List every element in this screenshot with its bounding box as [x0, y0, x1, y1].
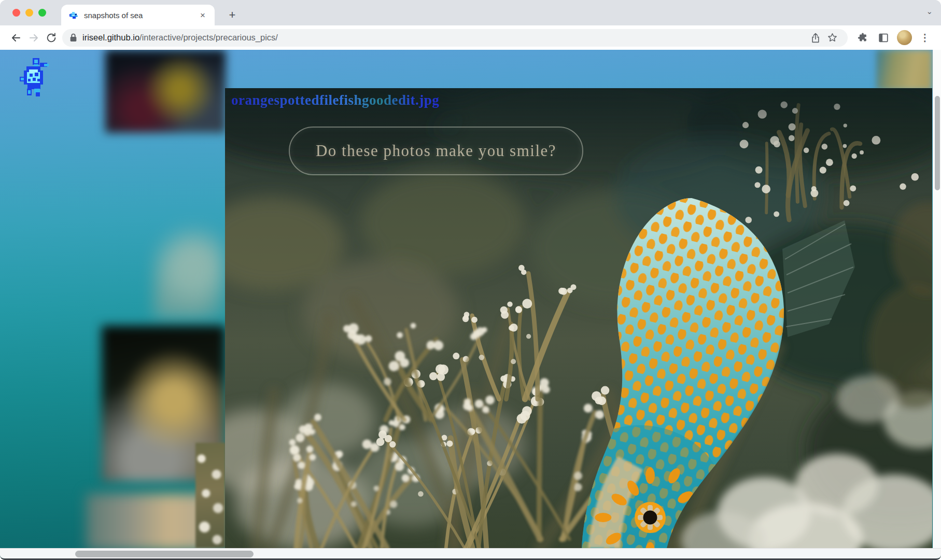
photo-filename-label: orangespottedfilefishgoodedit.jpg [231, 92, 439, 108]
gallery-thumbnail-blurred-middle[interactable] [153, 225, 226, 318]
bookmark-button[interactable] [824, 30, 840, 46]
extensions-button[interactable] [854, 29, 872, 47]
address-bar[interactable]: iriseel.github.io/interactive/projects/p… [62, 29, 848, 47]
tab-strip: snapshots of sea × + ⌄ [0, 0, 941, 25]
forward-arrow-icon [27, 32, 40, 44]
prompt-question: Do these photos make you smile? [316, 142, 556, 160]
zoom-window-button[interactable] [38, 9, 46, 17]
gallery-photo-peek-strip[interactable] [195, 443, 226, 548]
horizontal-scrollbar-thumb[interactable] [75, 551, 254, 557]
chevron-down-icon[interactable]: ⌄ [926, 7, 933, 16]
puzzle-icon [857, 32, 868, 44]
url-path: /interactive/projects/precarious_pics/ [139, 33, 278, 42]
browser-menu-button[interactable]: ⋮ [916, 29, 934, 47]
toolbar-right-group: ⋮ [854, 29, 934, 47]
url-text: iriseel.github.io/interactive/projects/p… [82, 33, 807, 43]
page-ocean-background: orangespottedfilefishgoodedit.jpg Do the… [0, 50, 941, 560]
share-button[interactable] [807, 30, 824, 46]
profile-avatar [897, 30, 912, 45]
star-icon [827, 32, 838, 43]
browser-tab-snapshots-of-sea[interactable]: snapshots of sea × [61, 5, 215, 25]
filefish-eye [635, 502, 666, 533]
gallery-thumbnail-blurred-top[interactable] [105, 50, 226, 133]
back-arrow-icon [10, 32, 22, 44]
vertical-scrollbar-thumb[interactable] [935, 96, 940, 190]
close-window-button[interactable] [12, 9, 20, 17]
profile-button[interactable] [895, 29, 913, 47]
browser-window: snapshots of sea × + ⌄ [0, 0, 941, 560]
new-tab-button[interactable]: + [225, 8, 240, 22]
window-controls [12, 9, 46, 17]
reload-icon [46, 32, 57, 44]
vertical-scrollbar[interactable] [933, 50, 941, 548]
tab-title: snapshots of sea [84, 11, 197, 20]
share-icon [810, 32, 821, 44]
back-button[interactable] [7, 29, 25, 47]
url-domain: iriseel.github.io [82, 33, 139, 42]
main-photo-orangespotted-filefish[interactable]: orangespottedfilefishgoodedit.jpg Do the… [225, 88, 932, 548]
fish-favicon-icon [68, 10, 79, 20]
pixel-turtle-logo-icon[interactable] [20, 58, 50, 99]
side-panel-icon [878, 32, 889, 44]
minimize-window-button[interactable] [25, 9, 33, 17]
gallery-thumbnail-blurred-top-right [876, 50, 932, 90]
reload-button[interactable] [43, 29, 60, 47]
close-tab-icon[interactable]: × [197, 9, 208, 21]
forward-button[interactable] [25, 29, 43, 47]
prompt-box: Do these photos make you smile? [289, 127, 583, 175]
browser-toolbar: iriseel.github.io/interactive/projects/p… [0, 25, 941, 50]
lock-icon [69, 33, 77, 42]
side-panel-button[interactable] [875, 29, 892, 47]
horizontal-scrollbar[interactable] [0, 548, 941, 560]
